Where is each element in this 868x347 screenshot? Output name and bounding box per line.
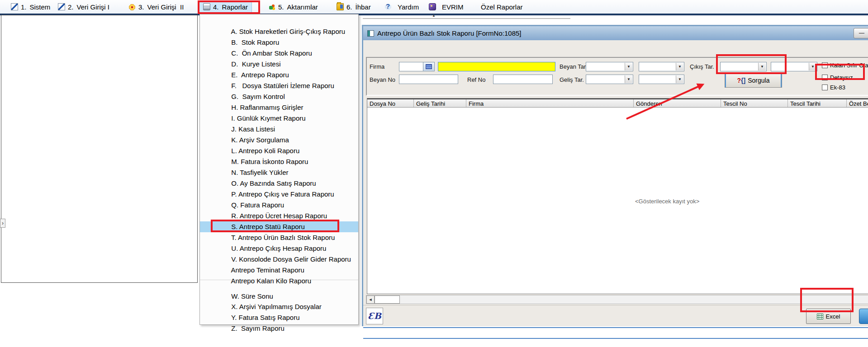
excel-icon bbox=[817, 314, 823, 319]
eb-logo-button[interactable]: ƐB bbox=[366, 308, 383, 324]
form-icon bbox=[58, 3, 65, 10]
combo-arrow-icon[interactable]: ▼ bbox=[758, 63, 766, 70]
panel-expand-handle[interactable]: › bbox=[0, 219, 5, 228]
help-icon bbox=[384, 3, 392, 10]
gelis-tar-from-combo[interactable]: ▼ bbox=[586, 75, 633, 84]
gelis-tar-label: Geliş Tar. bbox=[560, 76, 584, 83]
results-grid: Dosya No Geliş Tarihi Firma Gönderen Tes… bbox=[367, 98, 868, 294]
collapsed-toolbar-strip: ▲ bbox=[363, 14, 570, 19]
exit-button-partial[interactable] bbox=[859, 309, 868, 324]
lookup-grid-icon bbox=[426, 64, 432, 69]
grid-column-header[interactable]: Firma bbox=[466, 99, 634, 107]
kalan-sifir-olan-label: Kalan Sıfır Olan bbox=[830, 62, 868, 69]
beyan-tar-to-combo[interactable]: ▼ bbox=[639, 62, 684, 71]
firma-lookup-button[interactable] bbox=[423, 62, 434, 71]
bottom-toolbar: ƐB Excel bbox=[363, 305, 868, 326]
window-titlebar[interactable]: Antrepo Ürün Bazlı Stok Raporu [FormNo:1… bbox=[363, 26, 868, 40]
minimize-button[interactable]: — bbox=[854, 28, 868, 38]
grid-column-header[interactable]: Dosya No bbox=[367, 99, 414, 107]
beyan-tar-label: Beyan Tar bbox=[560, 63, 586, 70]
detaysiz-checkbox[interactable] bbox=[822, 75, 828, 80]
menubar-item-yardim[interactable]: Yardım bbox=[381, 1, 422, 13]
firma-name-input[interactable] bbox=[438, 62, 555, 71]
sorgula-button[interactable]: ?{]Sorgula bbox=[725, 73, 782, 88]
menubar-item-raporlar[interactable]: 4. Raporlar bbox=[199, 1, 252, 13]
raporlar-dropdown-menu: A. Stok Hareketleri Giriş-Çıkış Raporu B… bbox=[199, 14, 359, 325]
grid-column-header[interactable]: Gönderen bbox=[634, 99, 721, 107]
window-title: Antrepo Ürün Bazlı Stok Raporu [FormNo:1… bbox=[377, 29, 522, 37]
combo-arrow-icon[interactable]: ▼ bbox=[625, 75, 632, 83]
menubar-item-ihbar[interactable]: 6. İhbar bbox=[333, 1, 375, 13]
window-client-area: Firma Beyan Tar ▼ ▼ Çıkış Tar. ▼ ▼ Kalan… bbox=[363, 40, 868, 326]
menubar-item-veri-girisi-2[interactable]: 3. Veri Girişi II bbox=[125, 1, 187, 13]
firma-code-input[interactable] bbox=[399, 62, 435, 71]
ek83-checkbox[interactable] bbox=[822, 84, 828, 90]
combo-arrow-icon[interactable]: ▼ bbox=[809, 63, 816, 70]
grid-column-header[interactable]: Özet Bey bbox=[847, 99, 868, 107]
form-icon bbox=[11, 3, 18, 10]
kalan-sifir-olan-checkbox[interactable] bbox=[822, 62, 828, 68]
detaysiz-checkline: Detaysız bbox=[822, 74, 853, 81]
combo-arrow-icon[interactable]: ▼ bbox=[625, 63, 632, 70]
window-icon bbox=[367, 30, 374, 37]
menubar-item-ozel-raporlar[interactable]: Özel Raporlar bbox=[474, 1, 526, 13]
grid-column-header[interactable]: Geliş Tarihi bbox=[414, 99, 466, 107]
gelis-tar-to-combo[interactable]: ▼ bbox=[639, 75, 684, 84]
grid-column-header[interactable]: Tescil Tarihi bbox=[788, 99, 847, 107]
excel-button[interactable]: Excel bbox=[806, 309, 851, 324]
sorgula-brace-icon: {] bbox=[741, 77, 745, 84]
menubar-item-sistem[interactable]: 1. Sistem bbox=[7, 1, 54, 13]
combo-arrow-icon[interactable]: ▼ bbox=[676, 63, 683, 70]
beyan-no-input[interactable] bbox=[399, 75, 458, 84]
menubar-item-evrim[interactable]: EVRIM bbox=[425, 1, 467, 13]
gears-icon bbox=[268, 3, 275, 10]
filter-panel: Firma Beyan Tar ▼ ▼ Çıkış Tar. ▼ ▼ Kalan… bbox=[366, 57, 868, 96]
evrim-icon bbox=[429, 3, 436, 10]
mdi-client-area bbox=[1, 15, 198, 283]
report-window: Antrepo Ürün Bazlı Stok Raporu [FormNo:1… bbox=[362, 25, 868, 326]
expand-up-icon[interactable]: ▲ bbox=[432, 14, 436, 18]
cikis-tar-to-combo[interactable]: ▼ bbox=[771, 62, 817, 71]
printer-icon bbox=[203, 3, 210, 10]
scrollbar-thumb[interactable] bbox=[375, 295, 400, 304]
grid-column-header[interactable]: Tescil No bbox=[721, 99, 788, 107]
ref-no-input[interactable] bbox=[493, 75, 553, 84]
ref-no-label: Ref No bbox=[467, 76, 485, 83]
menubar: 1. Sistem 2. Veri Girişi I 3. Veri Giriş… bbox=[0, 0, 868, 15]
folder-icon bbox=[337, 3, 344, 10]
grid-empty-message: <Gösterilecek kayıt yok> bbox=[635, 198, 699, 205]
detaysiz-label: Detaysız bbox=[830, 74, 853, 81]
scroll-left-icon[interactable]: ◄ bbox=[366, 295, 375, 304]
cikis-tar-label: Çıkış Tar. bbox=[690, 63, 714, 70]
dropdown-item[interactable]: A. Stok Hareketleri Giriş-Çıkış Raporu bbox=[200, 15, 358, 26]
firma-label: Firma bbox=[370, 63, 384, 70]
menubar-item-veri-girisi-1[interactable]: 2. Veri Girişi I bbox=[54, 1, 113, 13]
ek83-checkline: Ek-83 bbox=[822, 84, 845, 91]
menubar-item-aktarimlar[interactable]: 5. Aktarımlar bbox=[265, 1, 322, 13]
combo-arrow-icon[interactable]: ▼ bbox=[676, 75, 683, 83]
burst-icon bbox=[128, 3, 136, 10]
ek83-label: Ek-83 bbox=[830, 84, 845, 91]
app-root: 1. Sistem 2. Veri Girişi I 3. Veri Giriş… bbox=[0, 0, 868, 347]
sorgula-question-icon: ? bbox=[737, 77, 741, 84]
beyan-tar-from-combo[interactable]: ▼ bbox=[586, 62, 633, 71]
grid-horizontal-scrollbar[interactable]: ◄ bbox=[366, 295, 868, 304]
cikis-tar-from-combo[interactable]: ▼ bbox=[720, 62, 767, 71]
bottom-docked-strip bbox=[363, 327, 868, 339]
grid-header-row: Dosya No Geliş Tarihi Firma Gönderen Tes… bbox=[367, 98, 868, 108]
beyan-no-label: Beyan No bbox=[370, 76, 395, 83]
kalan-sifir-olan-checkline: Kalan Sıfır Olan bbox=[822, 62, 868, 69]
